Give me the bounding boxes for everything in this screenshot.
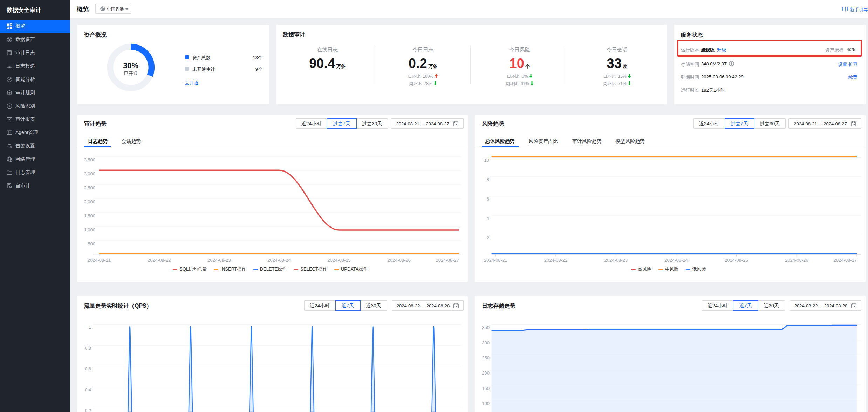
svg-text:2024-08-27: 2024-08-27: [436, 258, 459, 263]
svg-text:1,500: 1,500: [84, 213, 95, 218]
svg-text:150: 150: [482, 386, 490, 391]
svg-text:2024-08-21: 2024-08-21: [88, 258, 111, 263]
svg-text:2,000: 2,000: [84, 199, 95, 204]
svg-text:500: 500: [88, 241, 95, 246]
svg-text:100: 100: [482, 401, 490, 406]
svg-text:1: 1: [89, 324, 91, 330]
svg-text:1,000: 1,000: [84, 227, 95, 232]
svg-text:4: 4: [487, 216, 489, 221]
svg-text:0.4: 0.4: [85, 387, 91, 392]
svg-text:3,000: 3,000: [84, 171, 95, 176]
svg-text:2024-08-21: 2024-08-21: [484, 258, 507, 263]
svg-text:8: 8: [487, 177, 489, 182]
svg-text:2,500: 2,500: [84, 185, 95, 190]
svg-text:2: 2: [487, 235, 489, 240]
svg-text:2024-08-26: 2024-08-26: [388, 258, 411, 263]
svg-text:350: 350: [482, 325, 490, 330]
svg-text:6: 6: [487, 196, 489, 202]
svg-text:0.8: 0.8: [85, 345, 91, 351]
svg-text:2024-08-25: 2024-08-25: [327, 258, 351, 263]
svg-text:300: 300: [482, 340, 490, 345]
svg-text:2024-08-22: 2024-08-22: [544, 258, 568, 263]
svg-text:2024-08-23: 2024-08-23: [207, 258, 231, 263]
svg-text:2024-08-24: 2024-08-24: [267, 258, 291, 263]
svg-text:200: 200: [482, 370, 490, 376]
svg-text:10: 10: [484, 158, 489, 163]
svg-text:3,500: 3,500: [84, 157, 95, 162]
svg-text:0.2: 0.2: [85, 408, 91, 412]
svg-text:2024-08-27: 2024-08-27: [834, 258, 857, 263]
svg-text:2024-08-22: 2024-08-22: [148, 258, 171, 263]
svg-text:250: 250: [482, 355, 490, 361]
svg-text:2024-08-26: 2024-08-26: [785, 258, 808, 263]
svg-text:2024-08-23: 2024-08-23: [604, 258, 628, 263]
svg-text:0.6: 0.6: [85, 366, 91, 371]
svg-text:2024-08-25: 2024-08-25: [725, 258, 748, 263]
svg-text:2024-08-24: 2024-08-24: [664, 258, 688, 263]
